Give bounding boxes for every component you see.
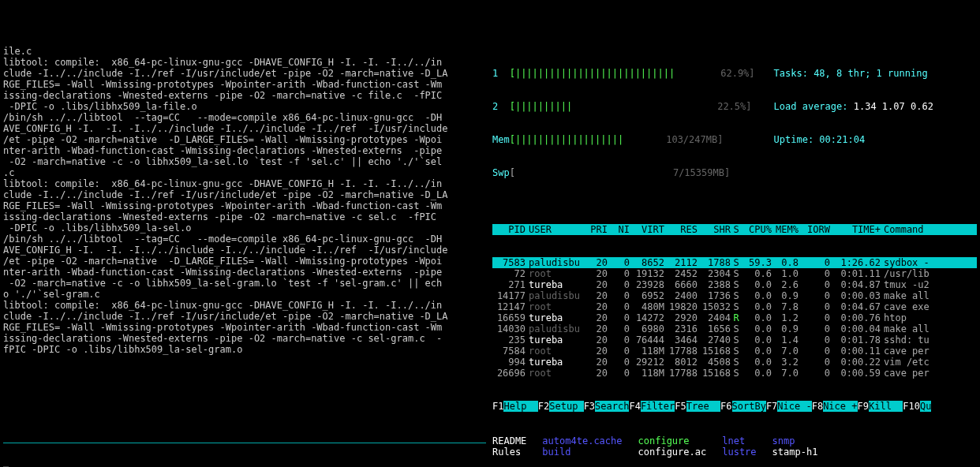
- fkey-F1[interactable]: F1: [492, 401, 503, 412]
- htop-row[interactable]: 14177paludisbu200695224001736S0.00.900:0…: [492, 290, 977, 301]
- editor-pane[interactable]: CCHOST="x86_64-pc-linux-gnu" x86_64_pc_l…: [0, 419, 489, 467]
- htop-row[interactable]: 994tureba2002921280124508S0.03.200:00.22…: [492, 357, 977, 368]
- col-s[interactable]: S: [731, 224, 742, 235]
- htop-row[interactable]: 12147root200480M1982015032S0.07.800:04.6…: [492, 301, 977, 312]
- col-pri[interactable]: PRI: [582, 224, 608, 235]
- compile-log-pane: ile.clibtool: compile: x86_64-pc-linux-g…: [0, 44, 489, 419]
- htop-row[interactable]: 7583paludisbu200865221121788S59.30.801:2…: [492, 257, 977, 268]
- col-command[interactable]: Command: [881, 224, 977, 235]
- col-virt[interactable]: VIRT: [630, 224, 664, 235]
- fkey-F8[interactable]: F8: [812, 401, 823, 412]
- col-pid[interactable]: PID: [492, 224, 526, 235]
- fkey-F4[interactable]: F4: [629, 401, 640, 412]
- htop-fkeys[interactable]: F1Help F2Setup F3SearchF4FilterF5Tree F6…: [489, 401, 980, 412]
- col-user[interactable]: USER: [526, 224, 582, 235]
- fkey-F7[interactable]: F7: [766, 401, 777, 412]
- col-iorw[interactable]: IORW: [799, 224, 830, 235]
- htop-row[interactable]: 14030paludisbu200698023161656S0.00.900:0…: [492, 323, 977, 334]
- col-res[interactable]: RES: [664, 224, 698, 235]
- ls-output-1: READMERulesautom4te.cachebuildconfigurec…: [492, 435, 977, 458]
- shell-pane[interactable]: READMERulesautom4te.cachebuildconfigurec…: [489, 412, 980, 467]
- fkey-F5[interactable]: F5: [675, 401, 686, 412]
- col-mem%[interactable]: MEM%: [772, 224, 799, 235]
- col-cpu%[interactable]: CPU%: [742, 224, 772, 235]
- col-ni[interactable]: NI: [608, 224, 630, 235]
- htop-row[interactable]: 72root2001913224522304S0.61.000:01.11/us…: [492, 268, 977, 279]
- fkey-F6[interactable]: F6: [720, 401, 731, 412]
- htop-process-table[interactable]: PIDUSERPRINIVIRTRESSHRSCPU%MEM%IORWTIME+…: [489, 202, 980, 401]
- htop-header-row[interactable]: PIDUSERPRINIVIRTRESSHRSCPU%MEM%IORWTIME+…: [492, 224, 977, 235]
- fkey-F9[interactable]: F9: [858, 401, 869, 412]
- htop-row[interactable]: 271tureba2002392866602388S0.02.600:04.87…: [492, 279, 977, 290]
- htop-uptime: Uptime: 00:21:04: [774, 134, 933, 145]
- fkey-F3[interactable]: F3: [584, 401, 595, 412]
- htop-row[interactable]: 235tureba2007644434642740S0.01.400:01.78…: [492, 334, 977, 346]
- htop-row[interactable]: 7584root200118M1778815168S0.07.000:00.11…: [492, 346, 977, 357]
- htop-header: 1 [||||||||||||||||||||||||||||62.9%] 2 …: [489, 44, 980, 202]
- fkey-F2[interactable]: F2: [538, 401, 549, 412]
- htop-tasks: Tasks: 48, 8 thr; 1 running: [774, 68, 933, 79]
- fkey-F10[interactable]: F10: [903, 401, 920, 412]
- col-time+[interactable]: TIME+: [830, 224, 881, 235]
- htop-row[interactable]: 16659tureba2001427229202404R0.01.200:00.…: [492, 312, 977, 323]
- htop-row[interactable]: 26696root200118M1778815168S0.07.000:00.5…: [492, 368, 977, 379]
- col-shr[interactable]: SHR: [698, 224, 731, 235]
